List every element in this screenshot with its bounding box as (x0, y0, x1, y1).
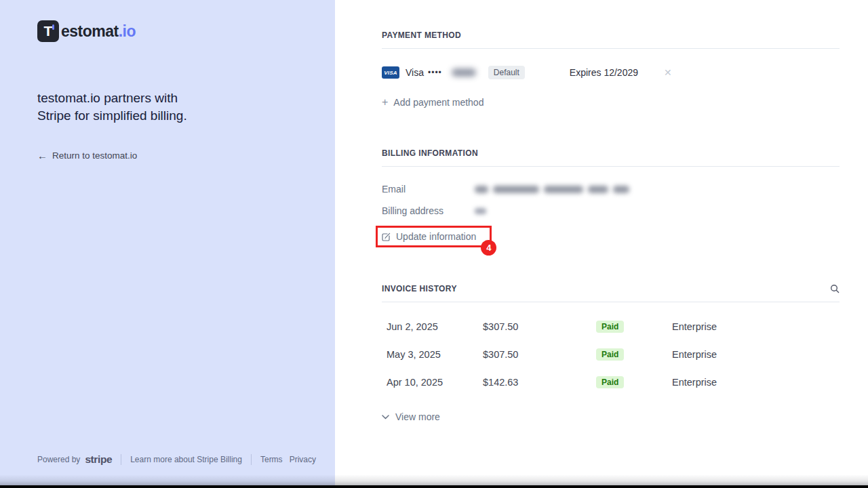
view-more-label: View more (395, 411, 440, 422)
terms-link[interactable]: Terms (260, 455, 283, 464)
annotation-step-badge: 4 (481, 240, 496, 256)
invoice-row[interactable]: Apr 10, 2025 $142.63 Paid Enterprise (382, 368, 840, 396)
logo-accent-tick (52, 24, 54, 30)
billing-address-label: Billing address (382, 205, 475, 216)
annotation-highlight: Update information 4 (376, 226, 492, 247)
redacted-blob (613, 186, 629, 193)
invoice-history-header: INVOICE HISTORY (382, 284, 840, 293)
invoice-date: Jun 2, 2025 (387, 321, 483, 332)
invoice-amount: $142.63 (483, 377, 596, 388)
plus-icon: + (382, 96, 388, 108)
billing-portal-main: PAYMENT METHOD VISA Visa •••• Default Ex… (335, 0, 868, 488)
arrow-left-icon: ← (37, 150, 47, 161)
bottom-edge-bar (0, 485, 868, 488)
card-brand-label: Visa (406, 67, 424, 78)
return-link-label: Return to testomat.io (52, 150, 137, 161)
sidebar: T estomat .io testomat.io partners with … (0, 0, 335, 488)
redacted-blob (493, 186, 539, 193)
powered-by-label: Powered by (37, 455, 80, 464)
footer-divider (251, 454, 252, 465)
return-link[interactable]: ← Return to testomat.io (37, 150, 308, 161)
headline-line-2: Stripe for simplified billing. (37, 107, 308, 125)
view-more-button[interactable]: View more (382, 411, 840, 422)
card-last4-redacted (452, 68, 476, 77)
invoice-amount: $307.50 (483, 321, 596, 332)
invoice-plan: Enterprise (672, 321, 840, 332)
payment-method-title: PAYMENT METHOD (382, 30, 840, 40)
billing-address-row: Billing address (382, 205, 840, 216)
stripe-logo[interactable]: stripe (85, 453, 112, 466)
visa-icon: VISA (382, 66, 399, 79)
search-icon (830, 284, 840, 293)
testomat-logo-icon: T (37, 20, 59, 42)
add-payment-method-button[interactable]: + Add payment method (382, 96, 840, 108)
chevron-down-icon (382, 415, 389, 420)
add-payment-method-label: Add payment method (393, 97, 484, 108)
email-value-redacted (475, 186, 629, 193)
redacted-blob (588, 186, 608, 193)
invoice-status-badge: Paid (596, 376, 624, 388)
invoice-status-badge: Paid (596, 348, 624, 361)
default-badge: Default (488, 66, 525, 79)
card-dots: •••• (428, 68, 442, 77)
privacy-link[interactable]: Privacy (290, 455, 316, 464)
invoice-table: Jun 2, 2025 $307.50 Paid Enterprise May … (382, 312, 840, 396)
email-label: Email (382, 184, 475, 195)
redacted-blob (544, 186, 583, 193)
logo-letter: T (44, 24, 53, 38)
section-divider (382, 302, 840, 302)
invoice-row[interactable]: Jun 2, 2025 $307.50 Paid Enterprise (382, 312, 840, 340)
footer-divider (121, 454, 121, 465)
partner-headline: testomat.io partners with Stripe for sim… (37, 89, 308, 125)
learn-more-link[interactable]: Learn more about Stripe Billing (130, 455, 242, 464)
email-row: Email (382, 184, 840, 195)
remove-card-icon[interactable]: ✕ (664, 67, 672, 78)
address-value-redacted (475, 208, 486, 214)
sidebar-footer: Powered by stripe Learn more about Strip… (37, 453, 316, 466)
redacted-blob (475, 186, 488, 193)
billing-information-title: BILLING INFORMATION (382, 148, 840, 158)
headline-line-1: testomat.io partners with (37, 89, 308, 107)
invoice-plan: Enterprise (672, 377, 840, 388)
update-information-button[interactable]: Update information (382, 231, 476, 242)
invoice-date: May 3, 2025 (387, 349, 483, 360)
card-expiry-label: Expires 12/2029 (570, 67, 638, 78)
invoice-amount: $307.50 (483, 349, 596, 360)
update-information-label: Update information (396, 231, 476, 242)
testomat-logo: T estomat .io (37, 20, 308, 42)
invoice-plan: Enterprise (672, 349, 840, 360)
invoice-date: Apr 10, 2025 (387, 377, 483, 388)
annotation-red-box: Update information (376, 226, 492, 247)
search-invoices-button[interactable] (830, 284, 840, 293)
logo-tld: .io (119, 22, 136, 41)
invoice-history-title: INVOICE HISTORY (382, 284, 457, 293)
payment-method-row: VISA Visa •••• Default Expires 12/2029 ✕ (382, 65, 840, 80)
logo-wordmark: estomat (61, 22, 119, 41)
edit-icon (382, 232, 391, 241)
section-divider (382, 48, 840, 49)
invoice-row[interactable]: May 3, 2025 $307.50 Paid Enterprise (382, 340, 840, 368)
invoice-status-badge: Paid (596, 321, 624, 333)
section-divider (382, 166, 840, 167)
